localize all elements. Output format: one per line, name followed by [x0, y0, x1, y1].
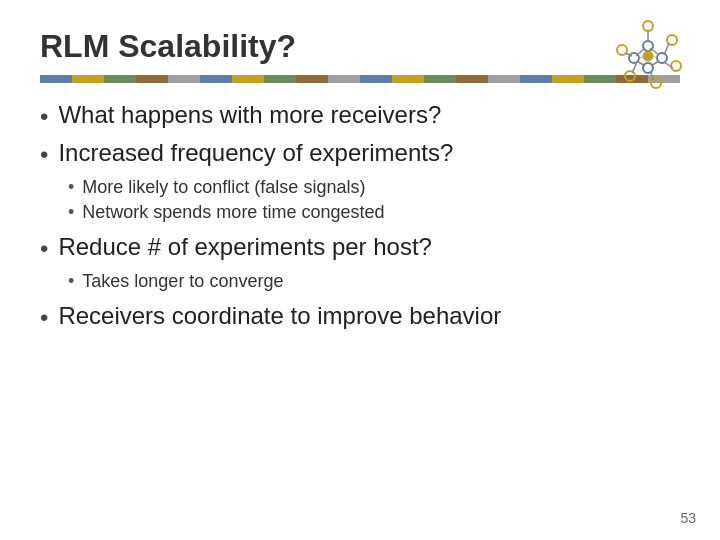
svg-point-10 — [643, 51, 653, 61]
svg-point-0 — [643, 21, 653, 31]
main-bullet-2: • Increased frequency of experiments? — [40, 139, 680, 169]
svg-point-8 — [643, 63, 653, 73]
svg-point-2 — [671, 61, 681, 71]
sub-bullet-3-1: • Takes longer to converge — [68, 271, 680, 292]
main-bullet-1-text: What happens with more receivers? — [58, 101, 680, 129]
sub-bullet-2-2: • Network spends more time congested — [68, 202, 680, 223]
sub-bullet-3-1-text: Takes longer to converge — [82, 271, 283, 292]
main-bullet-4-text: Receivers coordinate to improve behavior — [58, 302, 680, 330]
sub-dot-2-2: • — [68, 202, 74, 223]
sub-dot-2-1: • — [68, 177, 74, 198]
bullet-dot-2: • — [40, 141, 48, 169]
svg-point-4 — [625, 71, 635, 81]
sub-bullets-3: • Takes longer to converge — [68, 271, 680, 292]
sub-bullet-2-1: • More likely to conflict (false signals… — [68, 177, 680, 198]
bullet-dot-1: • — [40, 103, 48, 131]
sub-dot-3-1: • — [68, 271, 74, 292]
sub-bullets-2: • More likely to conflict (false signals… — [68, 177, 680, 223]
svg-line-12 — [664, 43, 669, 55]
bullet-dot-3: • — [40, 235, 48, 263]
network-topology-icon — [612, 18, 684, 90]
main-bullet-1: • What happens with more receivers? — [40, 101, 680, 131]
main-bullet-4: • Receivers coordinate to improve behavi… — [40, 302, 680, 332]
main-bullet-3: • Reduce # of experiments per host? — [40, 233, 680, 263]
svg-point-3 — [651, 78, 661, 88]
main-bullet-2-text: Increased frequency of experiments? — [58, 139, 680, 167]
svg-line-19 — [651, 61, 659, 66]
slide-title: RLM Scalability? — [40, 28, 680, 65]
sub-bullet-2-2-text: Network spends more time congested — [82, 202, 384, 223]
slide: RLM Scalability? • What happens with mor… — [0, 0, 720, 540]
bullet-dot-4: • — [40, 304, 48, 332]
sub-bullet-2-1-text: More likely to conflict (false signals) — [82, 177, 365, 198]
page-number: 53 — [680, 510, 696, 526]
main-bullet-3-text: Reduce # of experiments per host? — [58, 233, 680, 261]
svg-line-20 — [637, 61, 645, 66]
decorative-bar — [40, 75, 680, 83]
